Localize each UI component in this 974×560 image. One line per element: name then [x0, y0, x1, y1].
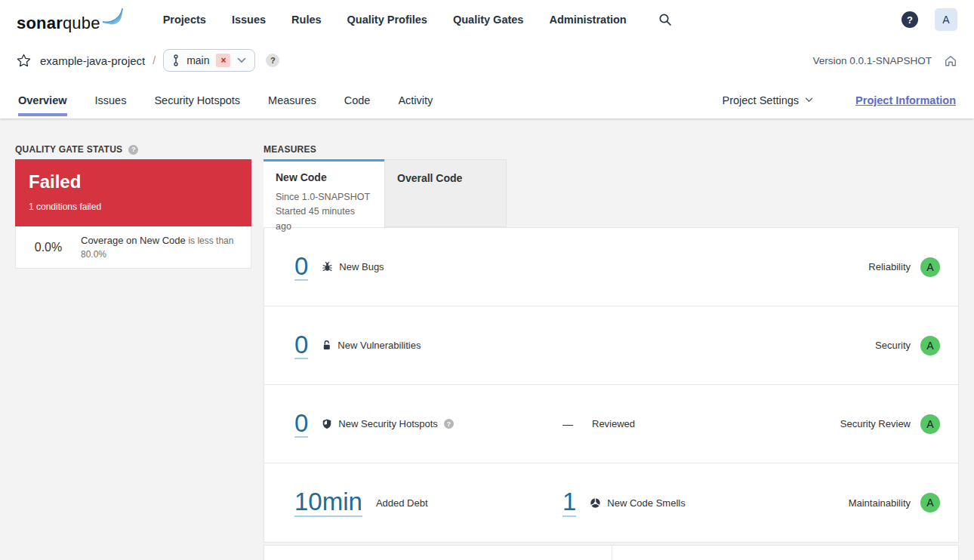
measure-row-maintainability: 10min Added Debt 1	[264, 463, 958, 542]
search-icon[interactable]	[658, 13, 672, 26]
favorite-star-icon[interactable]	[17, 54, 31, 67]
reliability-label: Reliability	[868, 261, 911, 272]
bugs-right: Reliability A	[868, 257, 940, 277]
tabs-list: Overview Issues Security Hotspots Measur…	[18, 82, 433, 118]
hotspots-right: Security Review A	[840, 414, 940, 434]
duplications-panel-partial	[612, 545, 959, 560]
security-rating-badge: A	[920, 336, 940, 355]
security-label: Security	[875, 340, 911, 351]
new-bugs-link[interactable]: New Bugs	[322, 261, 384, 272]
branch-name: main	[186, 54, 209, 66]
added-debt-label: Added Debt	[376, 497, 428, 509]
coverage-panel-partial	[264, 545, 612, 560]
quality-gate-status: Failed	[29, 172, 238, 192]
debt-left: 10min Added Debt	[294, 488, 529, 517]
nav-item-rules[interactable]: Rules	[291, 14, 322, 26]
reviewed-value: —	[563, 418, 572, 430]
tab-overview[interactable]: Overview	[18, 82, 67, 118]
measure-row-bugs: 0	[264, 228, 958, 306]
new-hotspots-link[interactable]: New Security Hotspots ?	[322, 418, 454, 429]
nav-item-administration[interactable]: Administration	[549, 14, 626, 26]
new-vulnerabilities-label: New Vulnerabilities	[338, 340, 421, 351]
quality-gate-header: QUALITY GATE STATUS ?	[15, 140, 251, 159]
new-vulnerabilities-link[interactable]: New Vulnerabilities	[322, 340, 421, 351]
vulnerabilities-right: Security A	[875, 336, 940, 355]
quality-gate-section: QUALITY GATE STATUS ? Failed 1 condition…	[15, 140, 251, 560]
quality-gate-summary: 1 conditions failed	[29, 202, 238, 212]
project-information-link[interactable]: Project Information	[855, 94, 956, 106]
added-debt-value[interactable]: 10min	[294, 488, 362, 517]
hotspots-help-icon[interactable]: ?	[444, 419, 454, 429]
code-smells-mid: 1	[529, 488, 849, 517]
sonarqube-logo[interactable]: sonarqube	[17, 6, 125, 33]
main-nav: Projects Issues Rules Quality Profiles Q…	[163, 14, 627, 26]
tab-activity[interactable]: Activity	[398, 82, 433, 118]
added-debt-link[interactable]: Added Debt	[376, 497, 428, 509]
breadcrumb: example-java-project / main × ? Version …	[0, 39, 974, 82]
new-code-smells-label: New Code Smells	[607, 497, 685, 509]
new-code-started: Started 45 minutes ago	[276, 205, 372, 234]
breadcrumb-right: Version 0.0.1-SNAPSHOT	[812, 54, 957, 67]
tab-measures[interactable]: Measures	[268, 82, 316, 118]
tab-security-hotspots[interactable]: Security Hotspots	[154, 82, 240, 118]
measures-panel: 0	[264, 227, 959, 543]
condition-value: 0.0%	[16, 241, 81, 254]
nav-item-projects[interactable]: Projects	[163, 14, 206, 26]
security-review-label: Security Review	[840, 418, 911, 429]
new-code-smells-link[interactable]: New Code Smells	[590, 497, 685, 509]
security-review-rating-badge: A	[920, 414, 940, 434]
nav-item-quality-gates[interactable]: Quality Gates	[453, 14, 523, 26]
tab-new-code[interactable]: New Code Since 1.0-SNAPSHOT Started 45 m…	[264, 159, 384, 227]
page-header: sonarqube Projects Issues Rules Quality …	[0, 0, 974, 118]
condition-description[interactable]: Coverage on New Code is less than 80.0%	[81, 234, 242, 260]
breadcrumb-separator: /	[153, 54, 156, 66]
project-settings-menu[interactable]: Project Settings	[723, 94, 814, 106]
user-avatar[interactable]: A	[935, 8, 957, 31]
measures-tabs: New Code Since 1.0-SNAPSHOT Started 45 m…	[264, 159, 959, 227]
home-icon[interactable]	[944, 54, 957, 67]
failed-condition-row[interactable]: 0.0% Coverage on New Code is less than 8…	[15, 226, 251, 269]
new-code-since: Since 1.0-SNAPSHOT	[276, 190, 372, 205]
branch-selector[interactable]: main ×	[163, 49, 255, 72]
measures-section: MEASURES New Code Since 1.0-SNAPSHOT Sta…	[264, 140, 959, 560]
new-hotspots-value[interactable]: 0	[294, 410, 308, 438]
tab-issues[interactable]: Issues	[95, 82, 127, 118]
maintainability-label: Maintainability	[849, 497, 911, 509]
new-code-smells-value[interactable]: 1	[563, 488, 576, 517]
reliability-rating-badge: A	[920, 257, 940, 277]
hotspots-mid: — Reviewed	[529, 418, 840, 430]
maintainability-right: Maintainability A	[849, 493, 940, 512]
chevron-down-icon	[805, 97, 813, 103]
condition-metric[interactable]: Coverage on New Code	[81, 235, 186, 246]
new-code-meta: Since 1.0-SNAPSHOT Started 45 minutes ag…	[276, 190, 372, 234]
tabs-right: Project Settings Project Information	[723, 94, 957, 106]
branch-clear-icon[interactable]: ×	[216, 54, 230, 67]
measures-title: MEASURES	[264, 144, 316, 155]
tab-code[interactable]: Code	[344, 82, 371, 118]
code-smell-icon	[590, 497, 601, 509]
navbar-right: ? A	[902, 8, 957, 31]
quality-gate-help-icon[interactable]: ?	[128, 145, 138, 155]
quality-gate-title: QUALITY GATE STATUS	[15, 144, 122, 155]
shield-icon	[322, 418, 332, 429]
tab-overall-code[interactable]: Overall Code	[384, 159, 507, 227]
new-bugs-value[interactable]: 0	[294, 253, 308, 282]
hotspots-left: 0 New Security Hotspots ?	[294, 410, 529, 438]
reviewed-label: Reviewed	[592, 418, 635, 429]
breadcrumb-project-link[interactable]: example-java-project	[40, 54, 145, 67]
branch-icon	[172, 54, 180, 66]
quality-gate-status-card: Failed 1 conditions failed	[15, 159, 251, 226]
measure-row-hotspots: 0 New Security Hotspots ? —	[264, 385, 958, 463]
project-settings-label: Project Settings	[723, 94, 800, 106]
nav-item-quality-profiles[interactable]: Quality Profiles	[347, 14, 427, 26]
nav-item-issues[interactable]: Issues	[232, 14, 266, 26]
next-section-partial	[264, 545, 959, 560]
help-icon[interactable]: ?	[902, 11, 918, 28]
new-vulnerabilities-value[interactable]: 0	[294, 331, 308, 360]
new-hotspots-label: New Security Hotspots	[338, 418, 438, 429]
top-navbar: sonarqube Projects Issues Rules Quality …	[0, 0, 974, 39]
branch-help-icon[interactable]: ?	[266, 54, 279, 67]
logo-swoosh-icon	[103, 6, 125, 26]
vulnerabilities-left: 0 New Vulnerabilities	[294, 331, 529, 360]
maintainability-rating-badge: A	[920, 493, 940, 512]
